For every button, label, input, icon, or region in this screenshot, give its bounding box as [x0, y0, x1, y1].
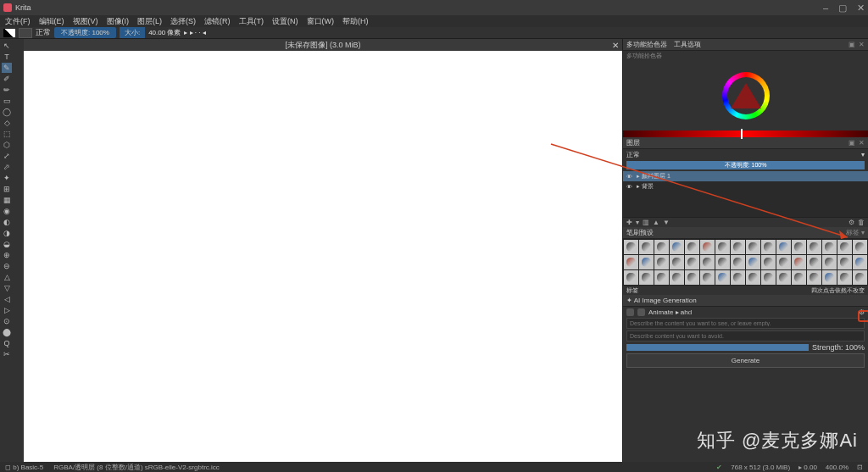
brush-preset[interactable]: [837, 240, 852, 254]
brush-preset[interactable]: [654, 270, 669, 285]
prompt-input[interactable]: [626, 318, 865, 329]
sv-triangle[interactable]: [731, 83, 761, 108]
negative-prompt-input[interactable]: [626, 330, 865, 342]
brush-preset[interactable]: [685, 240, 699, 254]
brush-preset[interactable]: [624, 270, 638, 285]
tool-button[interactable]: ◐: [2, 217, 12, 227]
tab-tool-options[interactable]: 工具选项: [674, 40, 701, 49]
size-value[interactable]: 40.00 像素: [148, 28, 181, 37]
tab-color-selector[interactable]: 多功能拾色器: [626, 40, 667, 49]
tool-button[interactable]: ⬤: [2, 327, 12, 337]
canvas[interactable]: [24, 51, 622, 462]
menu-filter[interactable]: 滤镜(R): [201, 16, 234, 27]
brush-preset[interactable]: [715, 240, 730, 254]
brush-preset[interactable]: [715, 270, 730, 285]
layer-row[interactable]: 👁▸ 背景: [623, 181, 868, 192]
tool-button[interactable]: ✎: [2, 63, 12, 73]
brush-preset[interactable]: [670, 255, 684, 269]
menu-view[interactable]: 视图(V): [70, 16, 102, 27]
tool-button[interactable]: ⊖: [2, 261, 12, 271]
brush-preset[interactable]: [624, 240, 638, 254]
dock-close-icon[interactable]: ✕: [859, 41, 865, 48]
brush-preset[interactable]: [792, 270, 806, 285]
brush-preset[interactable]: [807, 240, 821, 254]
status-preset[interactable]: ◻ b) Basic-5: [5, 464, 43, 471]
brush-preset[interactable]: [639, 255, 654, 269]
menu-image[interactable]: 图像(I): [103, 16, 133, 27]
brush-preset[interactable]: [792, 240, 806, 254]
brush-preset[interactable]: [746, 240, 760, 254]
move-down-button[interactable]: ▼: [663, 219, 670, 226]
tool-button[interactable]: ▷: [2, 305, 12, 315]
brush-preset[interactable]: [761, 270, 776, 285]
brush-preset[interactable]: [670, 270, 684, 285]
tool-button[interactable]: ◯: [2, 107, 12, 117]
brush-preset[interactable]: [761, 240, 776, 254]
brush-preset[interactable]: [700, 255, 715, 269]
tool-button[interactable]: ⬡: [2, 140, 12, 150]
tool-button[interactable]: ✦: [2, 173, 12, 183]
brush-preset[interactable]: [761, 255, 776, 269]
menu-select[interactable]: 选择(S): [167, 16, 199, 27]
brush-preset[interactable]: [731, 240, 745, 254]
brush-preset[interactable]: [822, 255, 837, 269]
menu-window[interactable]: 窗口(W): [303, 16, 338, 27]
brush-preset[interactable]: [853, 270, 867, 285]
tool-button[interactable]: ◇: [2, 118, 12, 128]
brush-preset[interactable]: [746, 270, 760, 285]
add-layer-button[interactable]: ✚: [626, 219, 632, 226]
menu-help[interactable]: 帮助(H): [339, 16, 372, 27]
brush-preset[interactable]: [837, 270, 852, 285]
layer-opacity-slider[interactable]: 不透明度: 100%: [626, 161, 865, 169]
color-picker[interactable]: [623, 61, 868, 130]
hue-slider[interactable]: [623, 130, 868, 137]
tool-button[interactable]: ⊕: [2, 250, 12, 260]
brush-preset[interactable]: [807, 270, 821, 285]
document-close-icon[interactable]: ✕: [612, 41, 619, 50]
tool-button[interactable]: ✐: [2, 74, 12, 84]
status-zoom[interactable]: 400.0%: [826, 464, 849, 471]
minimize-button[interactable]: –: [823, 3, 828, 14]
status-rotation[interactable]: ▸ 0.00: [798, 464, 817, 471]
document-tab[interactable]: [未保存图像] (3.0 MiB) ✕: [24, 39, 622, 51]
brush-preset[interactable]: [670, 240, 684, 254]
layer-props-button[interactable]: ⚙: [849, 219, 854, 226]
tool-button[interactable]: ◁: [2, 294, 12, 304]
tab-ai-generation[interactable]: ✦ AI Image Generation: [626, 297, 697, 304]
brush-preset[interactable]: [715, 255, 730, 269]
tool-button[interactable]: ⊞: [2, 184, 12, 194]
duplicate-layer-button[interactable]: ▥: [643, 219, 649, 226]
tool-button[interactable]: ↖: [2, 41, 12, 51]
brush-preset[interactable]: [746, 255, 760, 269]
brush-preset[interactable]: [776, 255, 791, 269]
brush-preset[interactable]: [700, 270, 715, 285]
tool-button[interactable]: ◑: [2, 228, 12, 238]
tool-button[interactable]: ▦: [2, 195, 12, 205]
tool-button[interactable]: ✏: [2, 85, 12, 95]
tab-layers[interactable]: 图层: [626, 138, 640, 147]
dock-float-icon[interactable]: ▣: [849, 41, 855, 48]
tool-button[interactable]: ▭: [2, 96, 12, 106]
tool-button[interactable]: △: [2, 272, 12, 282]
brush-preset[interactable]: [624, 255, 638, 269]
tool-button[interactable]: ⬀: [2, 162, 12, 172]
layer-menu-button[interactable]: ▾: [636, 219, 639, 226]
strength-slider[interactable]: [626, 344, 809, 351]
close-button[interactable]: ✕: [857, 3, 865, 14]
brush-preset[interactable]: [776, 240, 791, 254]
brush-preview-icon[interactable]: [19, 28, 32, 38]
tool-button[interactable]: ◉: [2, 206, 12, 216]
tool-button[interactable]: ✂: [2, 349, 12, 359]
menu-tools[interactable]: 工具(T): [236, 16, 268, 27]
layer-blend-mode[interactable]: 正常: [626, 150, 640, 159]
brush-preset[interactable]: [853, 255, 867, 269]
generate-button[interactable]: Generate: [626, 353, 865, 368]
brush-preset[interactable]: [639, 270, 654, 285]
menu-layer[interactable]: 图层(L): [134, 16, 165, 27]
tool-button[interactable]: ⬚: [2, 129, 12, 139]
layer-row[interactable]: 👁▸ 颜料图层 1: [623, 171, 868, 181]
tool-button[interactable]: ⤢: [2, 151, 12, 161]
tool-button[interactable]: ▽: [2, 283, 12, 293]
brush-preset[interactable]: [700, 240, 715, 254]
tag-dropdown[interactable]: 标签 ▾: [846, 228, 865, 237]
